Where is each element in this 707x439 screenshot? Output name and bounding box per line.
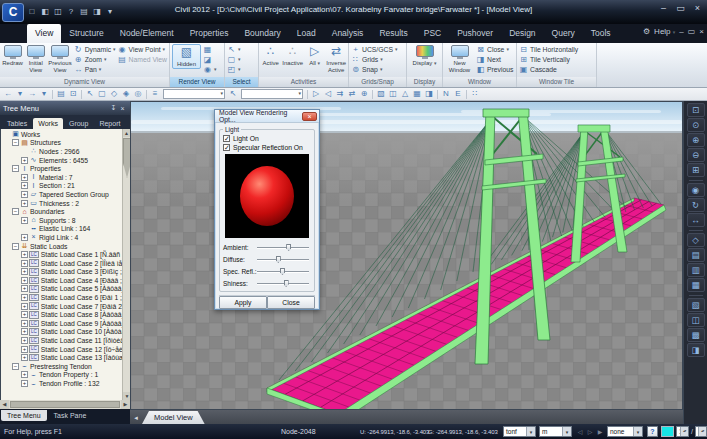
panel-tab-task-pane[interactable]: Task Pane [48,410,93,421]
view-color-swatch[interactable] [661,426,674,437]
tree-expander[interactable]: + [21,346,28,353]
tree-expander[interactable]: + [21,320,28,327]
tab-query[interactable]: Query [544,24,583,43]
select-polygon-icon[interactable]: ◇ [108,88,120,100]
panel-tab-tree-menu[interactable]: Tree Menu [1,410,47,421]
tree-item-static-load-case-6[interactable]: +LCStatic Load Case 6 [Ðâì 1 ; ] [2,293,130,302]
previous-window-button[interactable]: ◧Previous [476,64,513,74]
redraw-button[interactable]: Redraw [2,44,23,67]
force-unit-select[interactable]: tonf [503,426,536,437]
tree-item-static-load-case-8[interactable]: +LCStatic Load Case 8 [Àâôàâ_ââñò [2,310,130,319]
tree-item-boundaries[interactable]: −⌂Boundaries [2,207,130,216]
slider-ambient[interactable] [257,243,309,251]
ucs-gcs-button[interactable]: +UCS/GCS▾ [351,44,397,54]
tree-expander[interactable]: − [12,139,19,146]
grids-button[interactable]: ∷Grids▾ [351,54,397,64]
restore-button[interactable]: ▭ [674,3,687,14]
zoom-window-icon[interactable]: ⊡ [687,103,705,117]
tab-properties[interactable]: Properties [182,24,237,43]
pan-button[interactable]: ↔Pan▾ [74,64,116,74]
tree-expander[interactable]: + [21,328,28,335]
display-option-icon[interactable]: ◨ [687,343,705,357]
named-view-icon[interactable]: ▤ [55,88,67,100]
dialog-titlebar[interactable]: Model View Rendering Opt... × [215,110,319,123]
model-view-viewport[interactable]: Model View Rendering Opt... × Light ✓Lig… [130,101,683,410]
tree-expander[interactable]: + [21,277,28,284]
tree-tab-group[interactable]: Group [64,118,93,129]
select-name-combo[interactable] [163,89,225,99]
select-window-icon[interactable]: ▢ [96,88,108,100]
select-plane-combo[interactable] [241,89,303,99]
tree-item-tapered-section-group[interactable]: +▱Tapered Section Group [2,190,130,199]
checkbox-specular-reflection-on[interactable]: ✓Specular Reflection On [223,143,311,152]
capture-icon[interactable]: ⊡ [67,88,79,100]
stage-select[interactable]: none [607,426,643,437]
active-button[interactable]: ∴Active [261,44,280,67]
close-button[interactable]: Close [267,296,315,309]
select-single-button[interactable]: ↖▾ [227,44,241,54]
zoom-in-icon[interactable]: ⊕ [687,133,705,147]
tree-expander[interactable]: − [12,165,19,172]
info-icon[interactable]: ? [66,7,76,17]
qat-dropdown-icon[interactable]: ▾ [105,7,115,17]
help-menu[interactable]: Help ▾ [654,27,675,36]
model-view-tab[interactable]: Model View [142,411,205,424]
pan-icon[interactable]: ↔ [687,213,705,227]
side-view-icon[interactable]: ▦ [687,278,705,292]
previous-view-button[interactable]: Previous View [48,44,71,73]
tab-analysis[interactable]: Analysis [324,24,372,43]
stage-next-icon[interactable]: ▷ [585,427,595,437]
node-number-icon[interactable]: N [440,88,452,100]
rotate-icon[interactable]: ↻ [687,198,705,212]
grid-dots-icon[interactable]: ∷ [469,88,481,100]
tree-item-static-load-case-13[interactable]: +LCStatic Load Case 13 [Ïàôùæåàìðâ [2,353,130,362]
tree-expander[interactable]: + [21,311,28,318]
minimize-button[interactable]: – [657,3,670,14]
tree-expander[interactable]: − [12,208,19,215]
tree-item-material-7[interactable]: +IMaterial : 7 [2,173,130,182]
element-number-icon[interactable]: E [452,88,464,100]
tree-item-static-load-case-10[interactable]: +LCStatic Load Case 10 [Àâôàâ_ìðìà [2,328,130,337]
back-icon[interactable]: ← [2,88,14,100]
close-window-button[interactable]: ⊠Close▾ [476,44,513,54]
tab-design[interactable]: Design [501,24,543,43]
checkbox-box[interactable]: ✓ [223,135,230,142]
display-option-icon[interactable]: ◨ [423,88,435,100]
hidden-button[interactable]: ▧Hidden [172,44,201,69]
context-help-button[interactable]: ? [647,426,658,437]
tab-node-element[interactable]: Node/Element [112,24,182,43]
page-current-spinner[interactable]: 1 [676,426,689,437]
tree-expander[interactable]: + [21,260,28,267]
close-button[interactable]: × [691,3,704,14]
tab-view[interactable]: View [27,24,61,43]
tree-item-section-21[interactable]: +ISection : 21 [2,182,130,191]
select-identity-icon[interactable]: ◎ [132,88,144,100]
tree-item-rigid-link-4[interactable]: +×Rigid Link : 4 [2,233,130,242]
tree-expander[interactable]: + [21,268,28,275]
checkbox-box[interactable]: ✓ [223,144,230,151]
activate-icon[interactable]: ▷ [310,88,322,100]
dropdown-icon[interactable]: ▾ [38,88,50,100]
slider-shiness[interactable] [257,279,309,287]
tree-item-structures[interactable]: −▤Structures [2,139,130,148]
new-window-button[interactable]: New Window [445,44,474,73]
tree-item-static-load-case-12[interactable]: +LCStatic Load Case 12 [Ïô÷åè ìåìïï [2,345,130,354]
tree-expander[interactable]: − [12,243,19,250]
select-arrow-icon[interactable]: ↖ [84,88,96,100]
display-button[interactable]: Display ▾ [410,44,439,67]
select-by-list-icon[interactable]: ≡ [149,88,161,100]
dynamic-button[interactable]: ↻Dynamic▾ [74,44,116,54]
tree-expander[interactable]: + [21,191,28,198]
child-minimize-button[interactable]: – [679,27,683,36]
tree-item-tendon-property-1[interactable]: +⌣Tendon Property : 1 [2,371,130,380]
iso-view-icon[interactable]: ◇ [687,233,705,247]
new-project-icon[interactable]: □ [27,7,37,17]
tab-tools[interactable]: Tools [583,24,619,43]
tile-horizontally-button[interactable]: ⊟Tile Horizontally [519,44,578,54]
initial-view-button[interactable]: Initial View [25,44,46,73]
tree-item-nodes-2966[interactable]: +∴Nodes : 2966 [2,147,130,156]
app-logo-icon[interactable]: C [2,3,24,22]
tab-scroll-left-icon[interactable]: ◂ [130,411,142,424]
tree-item-thickness-2[interactable]: +▭Thickness : 2 [2,199,130,208]
all-activities-button[interactable]: ▷All ▾ [305,44,324,67]
